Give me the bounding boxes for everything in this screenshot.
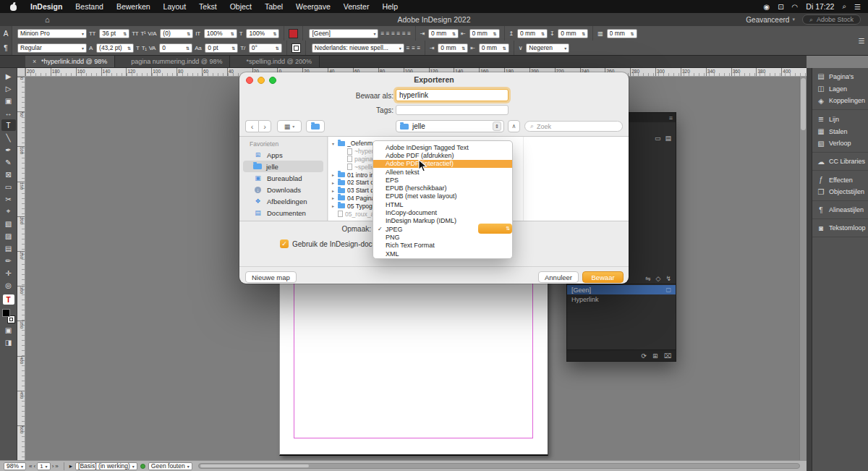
sidebar-item[interactable]: Downloads: [243, 184, 323, 195]
menu-item[interactable]: Tekst: [192, 2, 224, 11]
menu-item[interactable]: Layout: [157, 2, 193, 11]
rectangle-frame-tool[interactable]: ⊠: [1, 169, 16, 180]
control-center-icon[interactable]: ☰: [854, 3, 861, 11]
search-field[interactable]: ⌕ Zoek: [524, 121, 623, 132]
scrollbar-thumb[interactable]: [200, 464, 309, 467]
indent-right-field[interactable]: 0 mm: [468, 29, 500, 38]
next-page-button[interactable]: ›: [52, 463, 54, 470]
menu-clock[interactable]: Di 17:22: [806, 2, 834, 11]
skew-icon[interactable]: T/: [240, 45, 245, 51]
use-document-checkbox[interactable]: [280, 239, 289, 248]
font-case-icon[interactable]: TT: [89, 30, 95, 37]
sidebar-item[interactable]: Apps: [243, 149, 323, 161]
superscript-icon[interactable]: T¹: [140, 30, 145, 37]
fullscreen-button[interactable]: [269, 77, 276, 84]
new-hyperlink-icon[interactable]: ⊞: [652, 352, 658, 360]
format-menu-item[interactable]: XML: [373, 250, 512, 258]
line-tool[interactable]: ╲: [1, 132, 16, 143]
gradient-feather-tool[interactable]: ▨: [1, 230, 16, 242]
first-page-button[interactable]: «: [29, 463, 32, 470]
delete-hyperlink-icon[interactable]: ⌧: [664, 352, 671, 360]
menu-item[interactable]: Help: [375, 2, 404, 11]
close-button[interactable]: [246, 77, 253, 84]
disclosure-triangle-icon[interactable]: [331, 188, 336, 193]
formatting-affects-text-button[interactable]: T: [3, 294, 14, 305]
panel-tab-effects[interactable]: ƒ Effecten: [812, 174, 868, 186]
align-right-icon[interactable]: ≡: [391, 30, 394, 37]
close-tab-icon[interactable]: [33, 58, 38, 65]
horizontal-scale-icon[interactable]: T: [239, 30, 243, 37]
disclosure-triangle-icon[interactable]: [331, 141, 336, 146]
workspace-select[interactable]: Geavanceerd: [746, 16, 795, 24]
location-select[interactable]: jelle ⇕: [396, 120, 504, 132]
document-tab[interactable]: *spelling.indd @ 200%: [230, 56, 320, 67]
ruler-origin[interactable]: [17, 68, 25, 77]
space-after-field[interactable]: 0 mm: [556, 29, 588, 38]
panel-tab-paragraph-styles[interactable]: ¶ Alineastijlen: [812, 204, 868, 219]
justify-all-icon[interactable]: ≡: [407, 30, 410, 37]
last-line-indent-icon[interactable]: ⇤: [470, 45, 475, 51]
preflight-profile-select[interactable]: [Basis] (in werking): [75, 462, 137, 470]
stroke-color-chip[interactable]: [292, 43, 301, 53]
indent-right-icon[interactable]: ⇤: [461, 30, 465, 37]
preflight-menu-icon[interactable]: ▸: [69, 462, 72, 470]
indent-left-field[interactable]: 0 mm: [427, 29, 459, 38]
format-menu-item[interactable]: HTML: [373, 200, 512, 208]
vertical-scale-field[interactable]: 100%: [203, 29, 237, 38]
filename-input[interactable]: [396, 89, 509, 101]
pencil-tool[interactable]: ✎: [1, 156, 16, 168]
format-menu-item[interactable]: EPS: [373, 176, 512, 184]
font-size-field[interactable]: 36 pt: [98, 29, 129, 38]
format-menu-item[interactable]: Adobe PDF (interactief): [373, 160, 512, 168]
previous-page-button[interactable]: ‹: [33, 463, 35, 470]
menu-item[interactable]: Venster: [337, 2, 376, 11]
space-after-icon[interactable]: ↧: [550, 30, 554, 37]
refresh-icon[interactable]: ⟳: [642, 352, 647, 360]
back-button[interactable]: ‹: [245, 120, 258, 132]
selection-tool[interactable]: ▶: [1, 70, 16, 82]
display-icon[interactable]: ⊡: [778, 3, 783, 11]
screen-record-icon[interactable]: ◉: [763, 3, 770, 11]
format-menu-item[interactable]: Rich Text Format: [373, 242, 512, 250]
preview-view-button[interactable]: ◨: [1, 336, 16, 348]
sidebar-item[interactable]: Bureaublad: [243, 172, 323, 184]
spotlight-icon[interactable]: ⌕: [842, 2, 846, 11]
all-caps-icon[interactable]: TT: [132, 30, 138, 37]
document-tab[interactable]: *hyperlink.indd @ 98%: [25, 56, 115, 67]
columns-gutter-field[interactable]: 0 mm: [605, 29, 637, 38]
disclosure-triangle-icon[interactable]: [331, 195, 336, 200]
eyedropper-tool[interactable]: ✏: [1, 255, 16, 266]
menu-item[interactable]: InDesign: [24, 2, 69, 11]
justify-last-right-icon[interactable]: ≡: [417, 45, 420, 51]
gap-tool[interactable]: ↔: [1, 107, 16, 119]
disclosure-triangle-icon[interactable]: [331, 172, 336, 177]
zoom-tool[interactable]: ◎: [1, 279, 16, 291]
first-line-indent-field[interactable]: 0 mm: [436, 43, 468, 53]
normal-view-button[interactable]: ▣: [1, 324, 16, 336]
columns-icon[interactable]: ▥: [597, 30, 603, 37]
sidebar-item[interactable]: Documenten: [243, 207, 323, 218]
lightning-icon[interactable]: ↯: [665, 275, 671, 282]
wifi-icon[interactable]: ◠: [792, 3, 799, 11]
format-select[interactable]: ⇅: [478, 224, 512, 234]
kerning-field[interactable]: (0): [158, 29, 193, 38]
align-center-icon[interactable]: ≡: [386, 30, 389, 37]
panel-tab-pages[interactable]: ▤ Pagina's: [812, 70, 868, 82]
vertical-ruler[interactable]: 050100150200250300350400450500: [17, 77, 25, 460]
cancel-button[interactable]: Annuleer: [538, 271, 579, 283]
hyphenation-select[interactable]: Negeren: [524, 43, 569, 53]
type-tool[interactable]: T: [1, 119, 16, 131]
font-family-select[interactable]: Minion Pro: [16, 29, 87, 38]
panel-tab-gradient[interactable]: ▧ Verloop: [812, 137, 868, 153]
menu-item[interactable]: Bewerken: [110, 2, 157, 11]
last-page-button[interactable]: »: [55, 463, 58, 470]
paragraph-formatting-icon[interactable]: ¶: [4, 44, 7, 52]
zoom-level-select[interactable]: 98%: [4, 462, 26, 470]
hyphenation-icon[interactable]: ∨: [519, 45, 523, 51]
format-menu-item[interactable]: PNG: [373, 233, 512, 241]
panel-tab-cc-libraries[interactable]: ☁ CC Libraries: [812, 156, 868, 171]
align-left-icon[interactable]: ≡: [380, 30, 383, 37]
paragraph-style-select[interactable]: [Geen]: [307, 29, 378, 38]
fill-stroke-chips[interactable]: [2, 309, 15, 323]
justify-last-center-icon[interactable]: ≡: [412, 45, 414, 51]
